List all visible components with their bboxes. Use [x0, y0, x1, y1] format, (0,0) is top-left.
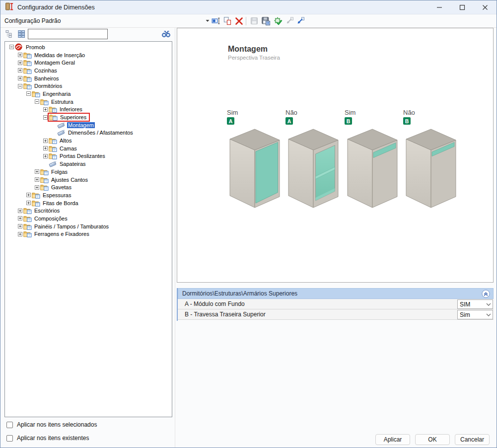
- select-value: Sim: [460, 311, 470, 318]
- collapse-icon[interactable]: [18, 84, 22, 88]
- tree-item-promob[interactable]: Promob: [5, 43, 172, 51]
- collapse-group-icon[interactable]: [482, 290, 490, 298]
- tree-item-label: Montagem Geral: [33, 60, 76, 66]
- folder-icon: [32, 192, 40, 199]
- find-icon[interactable]: [161, 30, 170, 39]
- cabinet-option-nao-b: Não B: [403, 109, 461, 213]
- modulo-com-fundo-select[interactable]: SIM: [457, 299, 493, 309]
- tree-item-medidas-de-insercao[interactable]: Medidas de Inserção: [5, 51, 172, 59]
- copy-icon[interactable]: [222, 16, 232, 26]
- tree-item-montagem[interactable]: Montagem: [5, 121, 172, 129]
- tree-item-label: Painéis / Tampos / Tamburatos: [33, 224, 110, 229]
- expand-icon[interactable]: [43, 146, 48, 150]
- tree-item-montagem-geral[interactable]: Montagem Geral: [5, 59, 172, 67]
- cabinet-label: Não: [403, 109, 461, 116]
- tree-item-paineis-tampos-tamburatos[interactable]: Painéis / Tampos / Tamburatos: [5, 223, 172, 230]
- maximize-button[interactable]: [451, 0, 474, 14]
- expand-icon[interactable]: [43, 107, 48, 112]
- cabinet-illustration: [403, 126, 461, 213]
- tree-item-label: Escritórios: [33, 208, 61, 214]
- expand-icon[interactable]: [43, 139, 48, 143]
- expand-icon[interactable]: [18, 216, 22, 221]
- tree-item-altos[interactable]: Altos: [5, 137, 172, 145]
- tree-item-superiores[interactable]: Superiores: [5, 113, 172, 121]
- tree-item-label: Dimensões / Afastamentos: [67, 130, 134, 136]
- property-label: B - Travessa Traseira Superior: [185, 311, 266, 318]
- tree-item-dormitorios[interactable]: Dormitórios: [5, 82, 172, 90]
- ok-button[interactable]: OK: [415, 434, 450, 445]
- cabinet-option-nao-a: Não A: [285, 109, 343, 213]
- folder-icon: [23, 82, 32, 89]
- apply-selected-items-checkbox[interactable]: [6, 422, 13, 428]
- apply-existing-items-checkbox[interactable]: [6, 435, 13, 442]
- tree-item-fitas-de-borda[interactable]: Fitas de Borda: [5, 199, 172, 207]
- close-button[interactable]: [474, 0, 497, 14]
- tree-item-camas[interactable]: Camas: [5, 145, 172, 152]
- cabinet-illustration: [285, 126, 343, 213]
- expand-icon[interactable]: [35, 185, 39, 190]
- tree-item-estrutura[interactable]: Estrutura: [5, 98, 172, 106]
- expand-icon[interactable]: [43, 154, 48, 158]
- minimize-button[interactable]: [428, 0, 451, 14]
- expand-icon[interactable]: [18, 76, 22, 80]
- tree-item-label: Fitas de Borda: [42, 200, 79, 206]
- tree-item-gavetas[interactable]: Gavetas: [5, 183, 172, 191]
- travessa-traseira-select[interactable]: Sim: [457, 310, 493, 319]
- tree-item-sapateiras[interactable]: Sapateiras: [5, 160, 172, 168]
- expand-icon[interactable]: [18, 232, 22, 236]
- property-group-header[interactable]: Dormitórios\Estruturas\Armários Superior…: [178, 288, 494, 299]
- cabinet-option-sim-a: Sim A: [227, 109, 284, 213]
- tag-icon: [57, 122, 66, 129]
- cabinet-label: Não: [285, 109, 343, 116]
- link-icon[interactable]: [295, 16, 305, 26]
- tree-item-portas-deslizantes[interactable]: Portas Deslizantes: [5, 152, 172, 160]
- collapse-icon[interactable]: [26, 91, 31, 96]
- collapse-all-icon[interactable]: [5, 30, 14, 39]
- apply-config-icon[interactable]: [273, 16, 283, 26]
- tree-item-composicoes[interactable]: Composições: [5, 215, 172, 223]
- cabinet-label: Sim: [227, 109, 284, 116]
- tree-item-dimensoes-afastamentos[interactable]: Dimensões / Afastamentos: [5, 129, 172, 137]
- expand-icon[interactable]: [18, 224, 22, 228]
- property-row-travessa-traseira: B - Travessa Traseira Superior Sim: [178, 309, 494, 320]
- tree-item-engenharia[interactable]: Engenharia: [5, 90, 172, 98]
- apply-selected-items-checkbox-row: Aplicar nos itens selecionados: [6, 421, 97, 428]
- link-disabled-icon[interactable]: [284, 16, 294, 26]
- tree-item-escritorios[interactable]: Escritórios: [5, 207, 172, 215]
- tree-item-ferragens-e-fixadores[interactable]: Ferragens e Fixadores: [5, 230, 172, 238]
- expand-icon[interactable]: [35, 177, 39, 182]
- folder-icon: [40, 168, 49, 175]
- tree-item-espessuras[interactable]: Espessuras: [5, 191, 172, 199]
- app-icon: [4, 2, 13, 13]
- expand-icon[interactable]: [35, 169, 39, 174]
- aplicar-button[interactable]: Aplicar: [375, 434, 410, 445]
- tree-item-label: Promob: [25, 44, 46, 50]
- preview-panel: Montagem Perspectiva Traseira Sim A Não …: [177, 28, 494, 283]
- expand-icon[interactable]: [18, 61, 22, 65]
- rename-icon[interactable]: [211, 16, 221, 26]
- search-input[interactable]: [28, 29, 108, 39]
- delete-icon[interactable]: [234, 16, 244, 26]
- tree-item-cozinhas[interactable]: Cozinhas: [5, 67, 172, 75]
- tree-item-banheiros[interactable]: Banheiros: [5, 75, 172, 82]
- expand-all-icon[interactable]: [17, 30, 26, 39]
- save-icon[interactable]: [249, 16, 259, 26]
- tree-item-ajustes-cantos[interactable]: Ajustes Cantos: [5, 176, 172, 184]
- expand-icon[interactable]: [18, 53, 22, 57]
- tree-item-label: Gavetas: [50, 184, 72, 190]
- save-as-icon[interactable]: [261, 16, 271, 26]
- expand-icon[interactable]: [18, 209, 22, 213]
- folder-icon: [23, 207, 32, 214]
- tree-item-label: Medidas de Inserção: [33, 52, 86, 58]
- expand-icon[interactable]: [18, 68, 22, 73]
- tree-item-inferiores[interactable]: Inferiores: [5, 106, 172, 114]
- cancelar-button[interactable]: Cancelar: [455, 434, 490, 445]
- collapse-icon[interactable]: [9, 45, 14, 49]
- collapse-icon[interactable]: [43, 115, 48, 120]
- expand-icon[interactable]: [26, 193, 31, 197]
- folder-icon: [49, 114, 58, 121]
- expand-icon[interactable]: [26, 201, 31, 205]
- folder-icon: [23, 223, 32, 230]
- collapse-icon[interactable]: [35, 99, 39, 104]
- tree-item-folgas[interactable]: Folgas: [5, 168, 172, 176]
